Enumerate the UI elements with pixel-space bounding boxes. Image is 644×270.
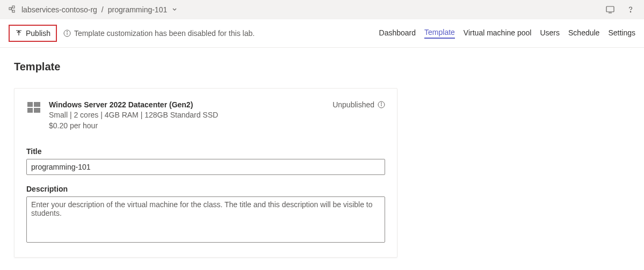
breadcrumb-resource-group[interactable]: labservices-contoso-rg — [21, 5, 97, 14]
template-info: Windows Server 2022 Datacenter (Gen2) Sm… — [49, 100, 325, 131]
title-input[interactable] — [26, 159, 385, 175]
template-price: $0.20 per hour — [49, 121, 325, 132]
description-field-group: Description — [26, 185, 385, 244]
info-message-text: Template customization has been disabled… — [74, 29, 255, 38]
breadcrumb-lab-label: programming-101 — [108, 5, 168, 14]
svg-rect-10 — [34, 108, 40, 113]
page-title: Template — [14, 61, 630, 73]
publish-button[interactable]: Publish — [9, 25, 57, 42]
template-name: Windows Server 2022 Datacenter (Gen2) — [49, 100, 325, 109]
info-message: Template customization has been disabled… — [63, 29, 255, 38]
svg-rect-1 — [12, 6, 15, 8]
content-area: Template Windows Server 2022 Datacenter … — [0, 48, 644, 258]
tab-users[interactable]: Users — [540, 28, 560, 38]
title-field-group: Title — [26, 147, 385, 175]
tab-settings[interactable]: Settings — [608, 28, 635, 38]
status-text: Unpublished — [332, 100, 374, 109]
tabs: Dashboard Template Virtual machine pool … — [379, 28, 635, 39]
top-icons — [605, 5, 635, 14]
tab-vmpool[interactable]: Virtual machine pool — [464, 28, 532, 38]
status-area: Unpublished — [332, 100, 385, 109]
svg-rect-7 — [27, 102, 33, 107]
card-header: Windows Server 2022 Datacenter (Gen2) Sm… — [26, 100, 385, 131]
description-label: Description — [26, 185, 385, 193]
command-bar: Publish Template customization has been … — [0, 19, 644, 48]
svg-rect-3 — [606, 6, 614, 12]
windows-icon — [26, 100, 41, 115]
status-info-icon[interactable] — [378, 101, 385, 108]
breadcrumb-separator: / — [102, 5, 104, 14]
chevron-down-icon — [171, 6, 178, 12]
tab-dashboard[interactable]: Dashboard — [379, 28, 416, 38]
title-label: Title — [26, 147, 385, 156]
breadcrumb-lab-name[interactable]: programming-101 — [108, 5, 178, 14]
upload-icon — [15, 30, 23, 37]
svg-point-12 — [381, 103, 381, 103]
svg-rect-0 — [9, 8, 11, 10]
command-left: Publish Template customization has been … — [9, 25, 255, 42]
monitor-icon[interactable] — [605, 5, 615, 14]
svg-rect-8 — [34, 102, 40, 107]
description-input[interactable] — [26, 196, 385, 243]
svg-rect-9 — [27, 108, 33, 113]
help-icon[interactable] — [626, 5, 635, 14]
tab-template[interactable]: Template — [424, 28, 455, 39]
breadcrumb: labservices-contoso-rg / programming-101 — [9, 5, 178, 14]
template-card: Windows Server 2022 Datacenter (Gen2) Sm… — [14, 88, 397, 258]
svg-point-4 — [630, 11, 631, 12]
template-spec: Small | 2 cores | 4GB RAM | 128GB Standa… — [49, 110, 325, 121]
publish-label: Publish — [26, 29, 50, 38]
svg-rect-2 — [12, 10, 15, 12]
info-icon — [63, 30, 71, 37]
svg-point-6 — [67, 31, 67, 32]
tab-schedule[interactable]: Schedule — [568, 28, 599, 38]
top-bar: labservices-contoso-rg / programming-101 — [0, 0, 644, 19]
resource-group-icon — [9, 5, 17, 14]
